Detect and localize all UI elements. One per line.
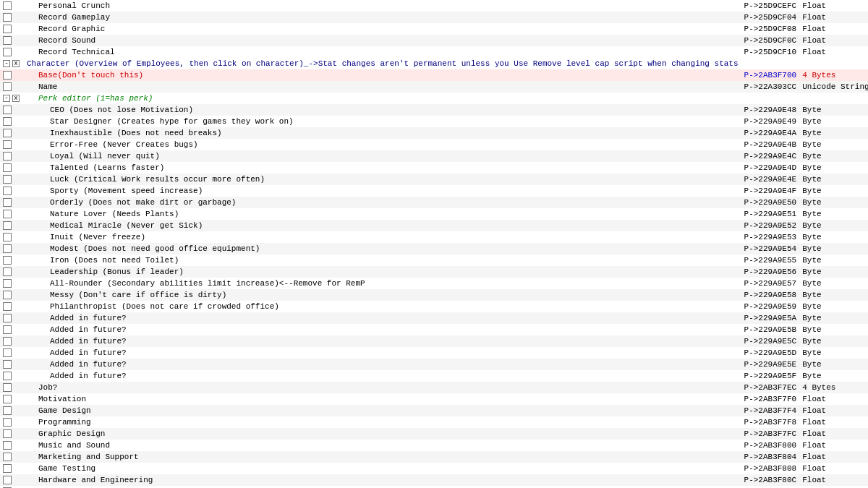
row-checkbox[interactable] — [3, 429, 12, 438]
table-row: Luck (Critical Work results occur more o… — [0, 174, 868, 185]
row-checkbox-cell[interactable] — [0, 12, 24, 23]
row-checkbox-cell[interactable] — [0, 104, 24, 116]
row-checkbox-cell[interactable] — [0, 335, 24, 347]
row-checkbox-cell[interactable] — [0, 0, 24, 12]
row-name-text: Record Gameplay — [38, 13, 110, 22]
row-checkbox[interactable] — [3, 267, 12, 276]
row-checkbox[interactable] — [3, 117, 12, 126]
row-checkbox-cell[interactable] — [0, 185, 24, 197]
row-checkbox-cell[interactable] — [0, 370, 24, 382]
row-checkbox[interactable] — [3, 302, 12, 311]
row-checkbox-cell[interactable] — [0, 405, 24, 416]
row-checkbox-cell[interactable] — [0, 324, 24, 335]
row-checkbox[interactable] — [3, 198, 12, 207]
table-row: Record GraphicP->25D9CF08Float191.800003… — [0, 23, 868, 35]
row-checkbox[interactable] — [3, 36, 12, 45]
row-checkbox-cell[interactable] — [0, 220, 24, 231]
row-checkbox-cell[interactable]: -x — [0, 58, 24, 69]
row-checkbox-cell[interactable] — [0, 359, 24, 370]
row-checkbox-cell[interactable] — [0, 208, 24, 220]
row-checkbox[interactable] — [3, 187, 12, 195]
row-checkbox[interactable] — [3, 464, 12, 473]
row-address: P->229A9E4E — [741, 174, 800, 185]
row-checkbox-cell[interactable] — [0, 451, 24, 463]
row-checkbox-cell[interactable] — [0, 46, 24, 58]
row-checkbox[interactable] — [3, 163, 12, 172]
row-checkbox[interactable] — [3, 453, 12, 461]
row-checkbox-cell[interactable] — [0, 254, 24, 266]
row-checkbox-cell[interactable] — [0, 127, 24, 139]
row-checkbox[interactable] — [3, 233, 12, 241]
row-checkbox[interactable] — [3, 82, 12, 91]
row-checkbox[interactable] — [3, 383, 12, 392]
row-name: Talented (Learns faster) — [24, 162, 741, 174]
row-checkbox[interactable] — [3, 1, 12, 10]
row-checkbox-cell[interactable] — [0, 81, 24, 93]
row-checkbox-cell[interactable] — [0, 416, 24, 428]
row-checkbox-cell[interactable] — [0, 69, 24, 81]
row-checkbox[interactable] — [3, 395, 12, 403]
row-name: Luck (Critical Work results occur more o… — [24, 174, 741, 185]
close-icon[interactable]: x — [12, 60, 20, 67]
row-checkbox-cell[interactable] — [0, 150, 24, 162]
row-checkbox-cell[interactable] — [0, 162, 24, 174]
row-checkbox[interactable] — [3, 221, 12, 230]
row-checkbox-cell[interactable] — [0, 289, 24, 301]
row-checkbox[interactable] — [3, 418, 12, 427]
row-checkbox-cell[interactable] — [0, 301, 24, 312]
row-checkbox[interactable] — [3, 244, 12, 253]
row-checkbox[interactable] — [3, 129, 12, 137]
row-checkbox-cell[interactable] — [0, 312, 24, 324]
row-checkbox-cell[interactable]: -x — [0, 93, 24, 104]
row-checkbox-cell[interactable] — [0, 393, 24, 405]
row-checkbox-cell[interactable] — [0, 174, 24, 185]
row-checkbox[interactable] — [3, 314, 12, 322]
row-checkbox[interactable] — [3, 348, 12, 357]
row-checkbox-cell[interactable] — [0, 139, 24, 150]
row-checkbox-cell[interactable] — [0, 35, 24, 46]
row-address: P->229A9E52 — [741, 220, 800, 231]
row-name-text: Leadership (Bonus if leader) — [50, 267, 184, 276]
row-checkbox[interactable] — [3, 140, 12, 149]
row-checkbox[interactable] — [3, 279, 12, 288]
row-checkbox-cell[interactable] — [0, 382, 24, 393]
main-table-container[interactable]: Personal CrunchP->25D9CEFCFloat90Record … — [0, 0, 868, 488]
row-checkbox-cell[interactable] — [0, 231, 24, 243]
row-checkbox-cell[interactable] — [0, 347, 24, 359]
row-checkbox[interactable] — [3, 372, 12, 380]
row-checkbox[interactable] — [3, 106, 12, 114]
row-checkbox-cell[interactable] — [0, 23, 24, 35]
row-checkbox[interactable] — [3, 175, 12, 184]
row-checkbox[interactable] — [3, 406, 12, 415]
row-checkbox-cell[interactable] — [0, 278, 24, 289]
row-address — [741, 58, 800, 69]
row-checkbox-cell[interactable] — [0, 440, 24, 451]
row-checkbox[interactable] — [3, 25, 12, 33]
expand-icon[interactable]: - — [3, 95, 10, 102]
row-checkbox[interactable] — [3, 13, 12, 22]
row-checkbox[interactable] — [3, 152, 12, 160]
close-icon[interactable]: x — [12, 95, 20, 102]
row-checkbox-cell[interactable] — [0, 116, 24, 127]
row-type: Byte — [799, 301, 868, 312]
row-address: P->229A9E5D — [741, 347, 800, 359]
row-type: Byte — [799, 266, 868, 278]
row-checkbox-cell[interactable] — [0, 243, 24, 254]
row-checkbox[interactable] — [3, 48, 12, 56]
row-name-text: Loyal (Will never quit) — [50, 152, 160, 160]
row-checkbox[interactable] — [3, 210, 12, 218]
expand-icon[interactable]: - — [3, 60, 10, 67]
row-checkbox-cell[interactable] — [0, 463, 24, 474]
row-checkbox[interactable] — [3, 360, 12, 369]
row-checkbox-cell[interactable] — [0, 428, 24, 440]
row-checkbox[interactable] — [3, 256, 12, 265]
row-checkbox[interactable] — [3, 291, 12, 299]
row-checkbox[interactable] — [3, 476, 12, 484]
row-checkbox-cell[interactable] — [0, 266, 24, 278]
row-checkbox[interactable] — [3, 71, 12, 80]
row-checkbox[interactable] — [3, 325, 12, 334]
row-checkbox-cell[interactable] — [0, 474, 24, 486]
row-checkbox-cell[interactable] — [0, 197, 24, 208]
row-checkbox[interactable] — [3, 337, 12, 346]
row-checkbox[interactable] — [3, 441, 12, 450]
